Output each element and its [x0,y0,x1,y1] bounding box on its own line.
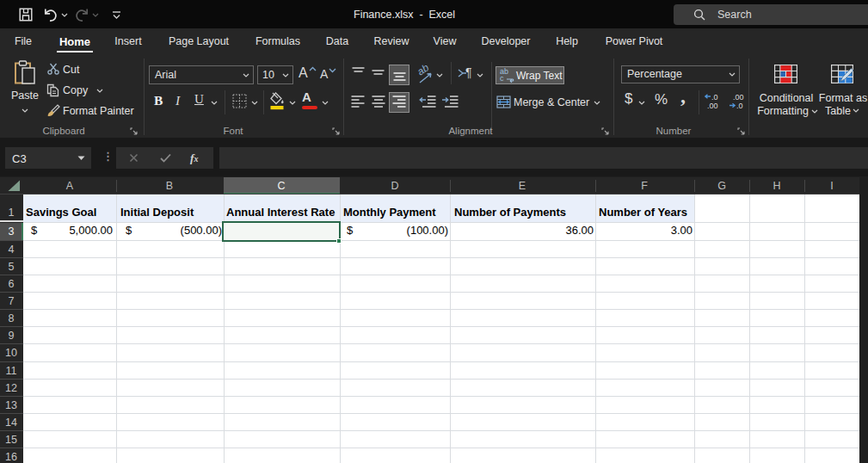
svg-text:.00: .00 [707,102,718,110]
svg-text:.00: .00 [733,93,744,102]
svg-text:.0: .0 [711,93,718,102]
svg-text:.0: .0 [736,102,743,110]
